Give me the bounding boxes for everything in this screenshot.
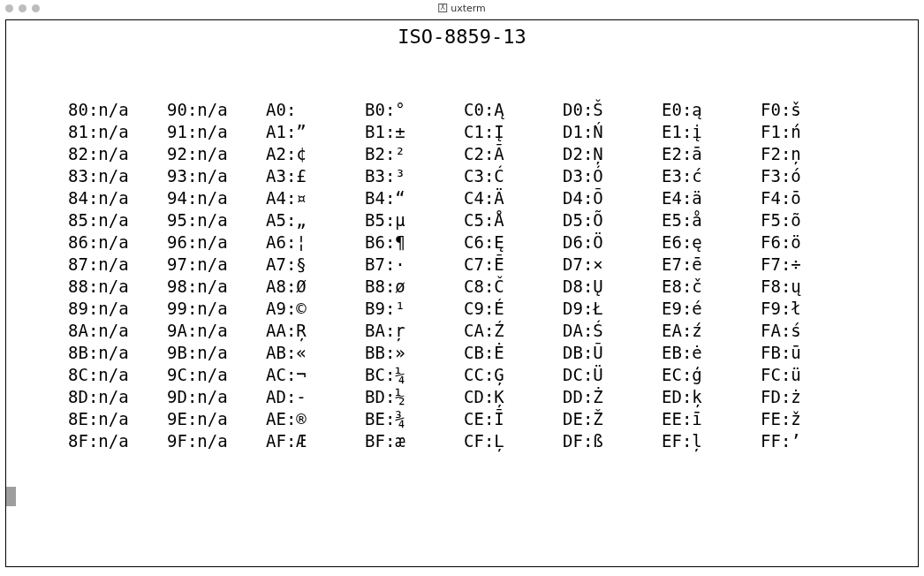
encoding-heading: ISO-8859-13	[6, 26, 918, 48]
code-cell: 88:n/a	[68, 276, 167, 298]
code-cell: DD:Ż	[563, 386, 662, 408]
minimize-dot-icon[interactable]	[19, 4, 27, 12]
terminal-frame[interactable]: ISO-8859-13 80:n/a81:n/a82:n/a83:n/a84:n…	[5, 19, 919, 567]
code-column: E0:ąE1:įE2:āE3:ćE4:äE5:åE6:ęE7:ēE8:čE9:é…	[662, 99, 761, 452]
code-cell: F7:÷	[761, 254, 860, 276]
code-cell: EE:ī	[662, 408, 761, 430]
code-cell: D3:Ó	[563, 165, 662, 187]
code-cell: A4:¤	[266, 187, 365, 209]
code-cell: BD:½	[365, 386, 464, 408]
code-cell: D5:Õ	[563, 209, 662, 231]
close-dot-icon[interactable]	[5, 4, 13, 12]
code-cell: E2:ā	[662, 143, 761, 165]
code-cell: AA:Ŗ	[266, 320, 365, 342]
code-cell: DC:Ü	[563, 364, 662, 386]
code-cell: 8B:n/a	[68, 342, 167, 364]
code-cell: B0:°	[365, 99, 464, 121]
code-cell: 9E:n/a	[167, 408, 266, 430]
code-cell: C1:Į	[464, 121, 563, 143]
code-column: 90:n/a91:n/a92:n/a93:n/a94:n/a95:n/a96:n…	[167, 99, 266, 452]
code-cell: A9:©	[266, 298, 365, 320]
code-cell: CA:Ź	[464, 320, 563, 342]
zoom-dot-icon[interactable]	[32, 4, 40, 12]
code-cell: 95:n/a	[167, 209, 266, 231]
code-cell: A8:Ø	[266, 276, 365, 298]
code-cell: FE:ž	[761, 408, 860, 430]
code-cell: F8:ų	[761, 276, 860, 298]
code-cell: B2:²	[365, 143, 464, 165]
code-column: F0:šF1:ńF2:ņF3:óF4:ōF5:õF6:öF7:÷F8:ųF9:ł…	[761, 99, 860, 452]
code-cell: 98:n/a	[167, 276, 266, 298]
code-cell: AD:-	[266, 386, 365, 408]
window-title: uxterm	[451, 3, 486, 14]
code-cell: 91:n/a	[167, 121, 266, 143]
code-cell: 89:n/a	[68, 298, 167, 320]
code-column: B0:°B1:±B2:²B3:³B4:“B5:µB6:¶B7:·B8:øB9:¹…	[365, 99, 464, 452]
code-cell: E7:ē	[662, 254, 761, 276]
code-cell: DE:Ž	[563, 408, 662, 430]
code-cell: E5:å	[662, 209, 761, 231]
code-cell: F9:ł	[761, 298, 860, 320]
code-cell: 9A:n/a	[167, 320, 266, 342]
window-title-group: X uxterm	[438, 3, 486, 14]
code-cell: A2:¢	[266, 143, 365, 165]
code-cell: 8A:n/a	[68, 320, 167, 342]
code-cell: C0:Ą	[464, 99, 563, 121]
code-cell: FD:ż	[761, 386, 860, 408]
code-column: 80:n/a81:n/a82:n/a83:n/a84:n/a85:n/a86:n…	[68, 99, 167, 452]
code-cell: F2:ņ	[761, 143, 860, 165]
code-cell: D1:Ń	[563, 121, 662, 143]
code-cell: EA:ź	[662, 320, 761, 342]
code-cell: B7:·	[365, 254, 464, 276]
code-cell: D2:Ņ	[563, 143, 662, 165]
code-cell: 93:n/a	[167, 165, 266, 187]
code-cell: 8D:n/a	[68, 386, 167, 408]
code-cell: F6:ö	[761, 231, 860, 254]
code-cell: B6:¶	[365, 231, 464, 254]
window-titlebar: X uxterm	[0, 0, 924, 16]
code-cell: C8:Č	[464, 276, 563, 298]
code-cell: E8:č	[662, 276, 761, 298]
code-cell: A7:§	[266, 254, 365, 276]
code-cell: 99:n/a	[167, 298, 266, 320]
code-cell: 80:n/a	[68, 99, 167, 121]
code-cell: AE:®	[266, 408, 365, 430]
code-cell: C6:Ę	[464, 231, 563, 254]
code-cell: E1:į	[662, 121, 761, 143]
code-cell: B1:±	[365, 121, 464, 143]
code-cell: F4:ō	[761, 187, 860, 209]
code-cell: B4:“	[365, 187, 464, 209]
code-cell: A3:£	[266, 165, 365, 187]
code-cell: C5:Å	[464, 209, 563, 231]
code-column: D0:ŠD1:ŃD2:ŅD3:ÓD4:ŌD5:ÕD6:ÖD7:×D8:ŲD9:Ł…	[563, 99, 662, 452]
code-cell: E6:ę	[662, 231, 761, 254]
code-cell: C9:É	[464, 298, 563, 320]
code-cell: AB:«	[266, 342, 365, 364]
code-cell: E3:ć	[662, 165, 761, 187]
code-cell: CD:Ķ	[464, 386, 563, 408]
code-cell: A0:	[266, 99, 365, 121]
code-cell: 8C:n/a	[68, 364, 167, 386]
code-table: 80:n/a81:n/a82:n/a83:n/a84:n/a85:n/a86:n…	[6, 99, 918, 452]
code-cell: FA:ś	[761, 320, 860, 342]
code-cell: C4:Ä	[464, 187, 563, 209]
code-cell: F3:ó	[761, 165, 860, 187]
code-cell: EF:ļ	[662, 430, 761, 452]
code-column: C0:ĄC1:ĮC2:ĀC3:ĆC4:ÄC5:ÅC6:ĘC7:ĒC8:ČC9:É…	[464, 99, 563, 452]
code-cell: 9F:n/a	[167, 430, 266, 452]
code-cell: EC:ģ	[662, 364, 761, 386]
code-cell: A1:”	[266, 121, 365, 143]
code-cell: 97:n/a	[167, 254, 266, 276]
code-cell: E9:é	[662, 298, 761, 320]
code-cell: 90:n/a	[167, 99, 266, 121]
code-cell: DB:Ū	[563, 342, 662, 364]
code-cell: A6:¦	[266, 231, 365, 254]
code-cell: D0:Š	[563, 99, 662, 121]
code-cell: CC:Ģ	[464, 364, 563, 386]
code-cell: B3:³	[365, 165, 464, 187]
code-cell: 87:n/a	[68, 254, 167, 276]
code-cell: FF:’	[761, 430, 860, 452]
code-cell: CF:Ļ	[464, 430, 563, 452]
code-cell: F0:š	[761, 99, 860, 121]
code-cell: C7:Ē	[464, 254, 563, 276]
